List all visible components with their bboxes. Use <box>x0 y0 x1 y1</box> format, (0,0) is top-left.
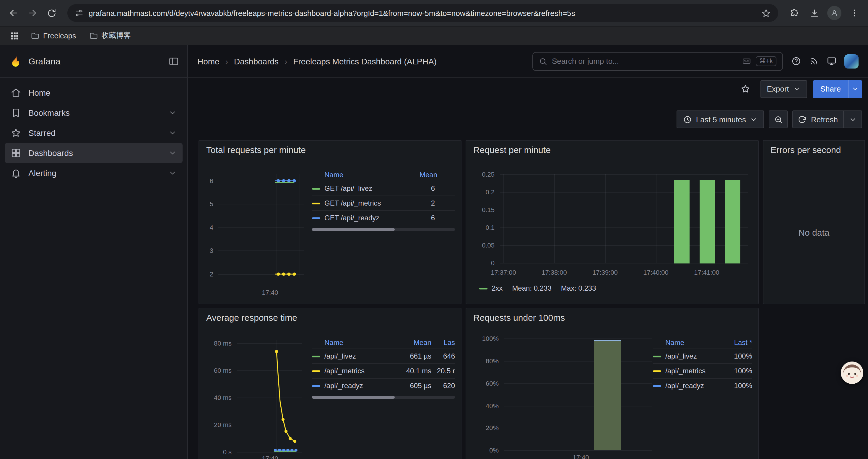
divider <box>843 111 844 128</box>
breadcrumb-home[interactable]: Home <box>197 57 219 66</box>
profile-avatar[interactable] <box>826 4 843 22</box>
share-menu-caret[interactable] <box>848 80 862 98</box>
panel-title[interactable]: Requests under 100ms <box>473 313 565 323</box>
series-color-dash <box>479 287 488 289</box>
chevron-down-icon[interactable] <box>168 109 177 117</box>
y-tick: 80% <box>469 357 499 364</box>
series-name[interactable]: /api/_readyz <box>324 382 395 390</box>
assistant-avatar-button[interactable] <box>841 362 863 384</box>
refresh-button[interactable]: Refresh <box>793 110 862 128</box>
user-avatar[interactable] <box>844 54 859 68</box>
series-mean: 2 <box>420 199 455 207</box>
rss-icon[interactable] <box>809 56 819 66</box>
sidebar-item-home[interactable]: Home <box>5 83 183 103</box>
series-name[interactable]: /api/_readyz <box>665 382 723 390</box>
sidebar-item-alerting[interactable]: Alerting <box>5 163 183 183</box>
sidebar-item-label: Dashboards <box>28 148 73 158</box>
legend-col-name[interactable]: Name <box>665 338 723 347</box>
series-name[interactable]: /api/_metrics <box>324 367 395 375</box>
series-color-dash <box>653 370 661 372</box>
bookmark-folder-freeleaps[interactable]: Freeleaps <box>27 30 80 41</box>
legend-col-name[interactable]: Name <box>324 171 420 179</box>
browser-actions <box>785 4 863 22</box>
legend-col-name[interactable]: Name <box>324 338 395 347</box>
sidebar-item-dashboards[interactable]: Dashboards <box>5 143 183 163</box>
y-tick: 80 ms <box>202 340 231 347</box>
panel-title[interactable]: Average response time <box>206 313 297 323</box>
legend-scrollbar[interactable] <box>312 396 455 399</box>
y-tick: 40 ms <box>202 394 231 401</box>
timeseries-chart[interactable] <box>237 340 302 458</box>
extensions-icon[interactable] <box>785 4 803 22</box>
chevron-down-icon[interactable] <box>168 169 177 177</box>
back-button[interactable] <box>5 4 23 22</box>
bar-2xx[interactable] <box>725 180 740 263</box>
series-color-dash <box>312 217 320 219</box>
series-name[interactable]: GET /api/_metrics <box>324 199 420 207</box>
legend-col-last[interactable]: Last * <box>723 338 752 347</box>
no-data-message: No data <box>764 227 864 237</box>
breadcrumb-dashboards[interactable]: Dashboards <box>234 57 279 66</box>
panel-requests-under-100ms: Requests under 100ms 100% 80% 60% 40% 20… <box>466 308 759 459</box>
share-label: Share <box>813 80 848 98</box>
x-tick: 17:40 <box>262 289 278 296</box>
collapse-sidebar-icon[interactable] <box>168 56 179 66</box>
grafana-logo-icon[interactable] <box>8 54 23 68</box>
series-mean: 661 µs <box>395 352 431 360</box>
series-last: 646 <box>431 352 455 360</box>
timeseries-chart[interactable] <box>218 174 304 277</box>
series-name[interactable]: 2xx <box>492 284 502 292</box>
favorite-star-icon[interactable] <box>737 80 754 98</box>
help-icon[interactable] <box>791 56 801 66</box>
search-input[interactable]: Search or jump to... ⌘+k <box>532 52 783 71</box>
zoom-out-button[interactable] <box>769 110 788 128</box>
chevron-down-icon[interactable] <box>168 149 177 157</box>
forward-button[interactable] <box>24 4 41 22</box>
sidebar-item-starred[interactable]: Starred <box>5 123 183 143</box>
panel-title[interactable]: Request per minute <box>473 145 551 155</box>
chevron-down-icon <box>793 85 801 93</box>
panel-errors-per-second: Errors per second No data <box>763 140 865 304</box>
address-bar[interactable]: grafana.mathmast.com/d/deytv4rwavabkb/fr… <box>67 4 778 22</box>
series-name[interactable]: GET /api/_readyz <box>324 214 420 222</box>
bar-2xx[interactable] <box>700 180 715 263</box>
site-settings-icon[interactable] <box>74 8 84 18</box>
bookmark-folder-blogs[interactable]: 收藏博客 <box>85 30 134 42</box>
browser-menu-icon[interactable] <box>845 4 863 22</box>
y-tick: 2 <box>199 270 213 277</box>
monitor-icon[interactable] <box>827 56 837 66</box>
chevron-down-icon[interactable] <box>849 116 857 123</box>
series-last: 100% <box>723 382 752 390</box>
bar-under-100ms[interactable] <box>594 340 621 450</box>
series-name[interactable]: /api/_metrics <box>665 367 723 375</box>
downloads-icon[interactable] <box>805 4 823 22</box>
legend-col-mean[interactable]: Mean <box>420 171 455 179</box>
sidebar-item-label: Bookmarks <box>28 108 70 118</box>
series-name[interactable]: /api/_livez <box>665 352 723 360</box>
legend-scrollbar[interactable] <box>312 228 455 231</box>
apps-grid-icon[interactable] <box>7 29 21 43</box>
time-range-picker[interactable]: Last 5 minutes <box>677 110 764 128</box>
legend-col-last[interactable]: Las <box>431 338 455 347</box>
legend-col-mean[interactable]: Mean <box>395 338 431 347</box>
bookmark-star-icon[interactable] <box>761 8 771 18</box>
sidebar-item-bookmarks[interactable]: Bookmarks <box>5 103 183 123</box>
panel-title[interactable]: Errors per second <box>771 145 841 155</box>
series-name[interactable]: GET /api/_livez <box>324 184 420 193</box>
series-mean: 605 µs <box>395 382 431 390</box>
export-button[interactable]: Export <box>760 80 807 98</box>
chevron-down-icon[interactable] <box>168 129 177 137</box>
series-mean: 40.1 ms <box>395 367 431 375</box>
reload-button[interactable] <box>42 4 60 22</box>
panel-title[interactable]: Total requests per minute <box>206 145 306 155</box>
series-name[interactable]: /api/_livez <box>324 352 395 360</box>
y-tick: 0.15 <box>470 206 495 213</box>
y-tick: 20% <box>469 424 499 431</box>
search-placeholder: Search or jump to... <box>552 57 737 66</box>
panel-legend: 2xx Mean: 0.233 Max: 0.233 <box>479 284 596 292</box>
bar-2xx[interactable] <box>674 180 689 263</box>
share-button[interactable]: Share <box>813 80 862 98</box>
sidebar-item-label: Home <box>28 88 51 97</box>
breadcrumb-current: Freeleaps Metrics Dashboard (ALPHA) <box>293 57 437 66</box>
url-text[interactable]: grafana.mathmast.com/d/deytv4rwavabkb/fr… <box>89 8 756 18</box>
